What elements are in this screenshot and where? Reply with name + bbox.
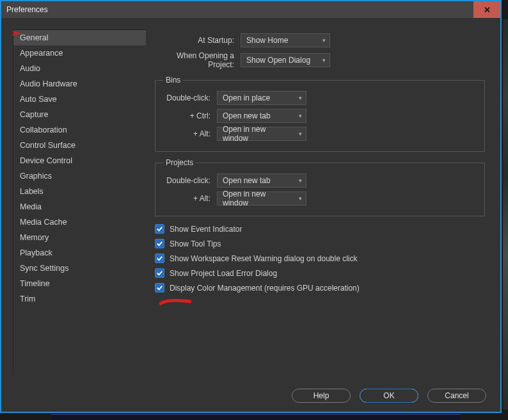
checkbox-row[interactable]: Show Workspace Reset Warning dialog on d… — [155, 254, 485, 263]
chevron-down-icon: ▾ — [322, 37, 326, 44]
cancel-button[interactable]: Cancel — [427, 389, 486, 403]
setting-row: At Startup:Show Home▾ — [155, 33, 485, 47]
checkbox[interactable] — [155, 268, 164, 278]
dropdown-value: Show Open Dialog — [246, 56, 310, 65]
setting-label: + Ctrl: — [163, 111, 217, 120]
checkbox-label: Show Event Indicator — [170, 225, 242, 234]
ok-button[interactable]: OK — [360, 389, 418, 403]
dropdown-at-startup[interactable]: Show Home▾ — [241, 33, 330, 47]
help-button[interactable]: Help — [292, 389, 351, 403]
checkbox-label: Show Project Load Error Dialog — [170, 269, 277, 278]
checkbox[interactable] — [155, 283, 164, 293]
sidebar-item-collaboration[interactable]: Collaboration — [13, 122, 146, 138]
check-icon — [156, 255, 163, 262]
setting-row: Double-click:Open new tab▾ — [163, 174, 477, 188]
check-icon — [156, 225, 163, 232]
setting-row: + Alt:Open in new window▾ — [163, 127, 477, 141]
chevron-down-icon: ▾ — [299, 113, 302, 119]
dropdown-projects-double-click[interactable]: Open new tab▾ — [217, 174, 306, 188]
dropdown-value: Open new tab — [223, 176, 271, 185]
sidebar-item-device-control[interactable]: Device Control — [13, 153, 146, 168]
sidebar-item-memory[interactable]: Memory — [13, 230, 146, 245]
check-icon — [156, 270, 163, 277]
checkbox[interactable] — [155, 224, 164, 234]
annotation-underline — [159, 298, 191, 306]
chevron-down-icon: ▾ — [299, 177, 302, 184]
sidebar-item-labels[interactable]: Labels — [13, 184, 146, 199]
group-projects: ProjectsDouble-click:Open new tab▾+ Alt:… — [155, 158, 485, 216]
dropdown-bins-double-click[interactable]: Open in place▾ — [217, 91, 306, 105]
background-strip — [503, 19, 508, 410]
category-sidebar: GeneralAppearanceAudioAudio HardwareAuto… — [13, 29, 146, 375]
background-bottom — [51, 414, 461, 420]
checkbox-label: Show Workspace Reset Warning dialog on d… — [170, 254, 357, 263]
setting-label: Double-click: — [163, 176, 217, 185]
setting-label: When Opening a Project: — [155, 51, 241, 69]
sidebar-item-appearance[interactable]: Appearance — [13, 45, 146, 61]
checkbox-row[interactable]: Show Project Load Error Dialog — [155, 268, 485, 278]
sidebar-item-audio[interactable]: Audio — [13, 61, 146, 76]
chevron-down-icon: ▾ — [322, 57, 326, 63]
close-button[interactable]: ✕ — [473, 1, 500, 18]
checkbox-row[interactable]: Display Color Management (requires GPU a… — [155, 283, 485, 293]
dropdown-bins-alt[interactable]: Open in new window▾ — [217, 127, 306, 141]
dropdown-value: Open in place — [223, 93, 270, 102]
sidebar-item-trim[interactable]: Trim — [13, 291, 146, 307]
setting-row: Double-click:Open in place▾ — [163, 91, 477, 105]
titlebar: Preferences ✕ — [1, 1, 500, 18]
checkbox-row[interactable]: Show Event Indicator — [155, 224, 485, 234]
dropdown-value: Show Home — [246, 36, 288, 45]
setting-row: + Ctrl:Open new tab▾ — [163, 109, 477, 123]
group-legend: Bins — [163, 76, 183, 85]
setting-label: Double-click: — [163, 93, 217, 102]
sidebar-item-graphics[interactable]: Graphics — [13, 168, 146, 184]
dropdown-when-opening-a-project[interactable]: Show Open Dialog▾ — [241, 53, 330, 67]
group-bins: BinsDouble-click:Open in place▾+ Ctrl:Op… — [155, 76, 485, 152]
window-title: Preferences — [6, 5, 48, 14]
dialog-body: GeneralAppearanceAudioAudio HardwareAuto… — [1, 18, 500, 380]
chevron-down-icon: ▾ — [299, 95, 302, 101]
content-panel: At Startup:Show Home▾When Opening a Proj… — [150, 29, 490, 375]
checkbox-label: Show Tool Tips — [170, 239, 221, 248]
dropdown-bins-ctrl[interactable]: Open new tab▾ — [217, 109, 306, 123]
dropdown-value: Open in new window — [223, 125, 292, 143]
checkbox[interactable] — [155, 239, 164, 248]
sidebar-item-general[interactable]: General — [13, 30, 146, 45]
dialog-footer: Help OK Cancel — [1, 380, 500, 412]
dropdown-value: Open new tab — [223, 111, 271, 120]
setting-label: + Alt: — [163, 194, 217, 203]
sidebar-item-auto-save[interactable]: Auto Save — [13, 92, 146, 107]
check-icon — [156, 284, 163, 291]
sidebar-item-media[interactable]: Media — [13, 199, 146, 214]
sidebar-item-audio-hardware[interactable]: Audio Hardware — [13, 76, 146, 92]
sidebar-item-capture[interactable]: Capture — [13, 107, 146, 122]
chevron-down-icon: ▾ — [299, 131, 302, 137]
checkbox-row[interactable]: Show Tool Tips — [155, 239, 485, 248]
dropdown-projects-alt[interactable]: Open in new window▾ — [217, 191, 306, 206]
sidebar-item-control-surface[interactable]: Control Surface — [13, 138, 146, 153]
annotation-arrow — [12, 30, 22, 36]
sidebar-item-playback[interactable]: Playback — [13, 245, 146, 261]
setting-row: + Alt:Open in new window▾ — [163, 191, 477, 206]
close-icon: ✕ — [484, 5, 491, 15]
setting-row: When Opening a Project:Show Open Dialog▾ — [155, 51, 485, 69]
group-legend: Projects — [163, 158, 196, 167]
setting-label: At Startup: — [155, 36, 241, 45]
dropdown-value: Open in new window — [223, 190, 292, 207]
checkbox-list: Show Event IndicatorShow Tool TipsShow W… — [155, 224, 485, 293]
sidebar-item-sync-settings[interactable]: Sync Settings — [13, 261, 146, 276]
checkbox[interactable] — [155, 254, 164, 263]
sidebar-item-media-cache[interactable]: Media Cache — [13, 214, 146, 230]
check-icon — [156, 240, 163, 247]
checkbox-label: Display Color Management (requires GPU a… — [170, 284, 360, 293]
setting-label: + Alt: — [163, 129, 217, 138]
sidebar-item-timeline[interactable]: Timeline — [13, 276, 146, 291]
preferences-window: Preferences ✕ GeneralAppearanceAudioAudi… — [0, 0, 502, 413]
chevron-down-icon: ▾ — [299, 195, 302, 202]
